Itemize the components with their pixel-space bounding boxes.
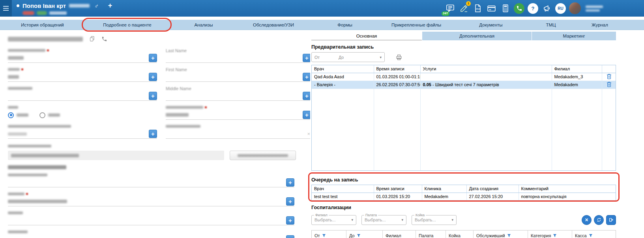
col-doctor[interactable]: Врач <box>312 65 374 73</box>
gh-to[interactable]: До <box>346 230 383 238</box>
gender-male-radio[interactable] <box>8 112 28 118</box>
tab-examination-ultrasound[interactable]: Обследование/УЗИ <box>238 20 309 30</box>
city-input[interactable]: + <box>8 178 294 187</box>
last-name-en-input[interactable]: + <box>166 53 310 63</box>
add-button[interactable]: + <box>303 92 310 100</box>
add-button[interactable]: + <box>303 111 310 119</box>
house-input[interactable]: + <box>8 216 294 225</box>
col-comment[interactable]: Комментарий <box>519 185 616 193</box>
add-button[interactable]: + <box>303 73 310 81</box>
first-name-en-input[interactable]: + <box>166 72 310 82</box>
ward-select[interactable]: Палата Выбрать... ▾ <box>361 215 406 225</box>
tab-tmc[interactable]: ТМЦ <box>530 20 572 30</box>
chevron-down-icon: ▾ <box>401 218 403 222</box>
col-time[interactable]: Время записи <box>374 65 420 73</box>
add-button[interactable]: + <box>286 216 294 225</box>
col-branch[interactable]: Филиал <box>552 65 602 73</box>
chat-24-7-badge: 24/7 <box>442 11 449 15</box>
blurred-badge-text <box>49 11 67 15</box>
ward-select-value: Выбрать... <box>365 217 386 222</box>
col-created[interactable]: Дата создания <box>466 185 519 193</box>
last-name-input[interactable]: + <box>8 53 157 63</box>
blurred-section-title <box>8 37 83 42</box>
gh-cash[interactable]: Касса <box>572 230 616 238</box>
gh-ward[interactable]: Палата <box>416 230 446 238</box>
menu-button[interactable] <box>0 0 12 17</box>
clear-filters-button[interactable]: × <box>582 215 592 225</box>
col-clinic[interactable]: Клиника <box>422 185 466 193</box>
col-services[interactable]: Услуги <box>420 65 552 73</box>
gh-category[interactable]: Категория <box>528 230 572 238</box>
open-window-button[interactable] <box>606 215 616 225</box>
help-button[interactable]: ? <box>528 3 538 14</box>
tab-attached-files[interactable]: Прикрепленные файлы <box>380 20 452 30</box>
refresh-button[interactable] <box>594 215 604 225</box>
tab-additional[interactable]: Дополнительная <box>422 32 532 40</box>
middle-name-en-input[interactable]: + <box>166 91 310 101</box>
gh-bed[interactable]: Койка <box>446 230 474 238</box>
first-name-input[interactable]: + <box>8 72 157 82</box>
birth-date-input[interactable]: + <box>166 110 310 120</box>
chat-button[interactable]: 24/7 <box>445 3 455 14</box>
col-doctor[interactable]: Врач <box>312 185 374 193</box>
sign-documents-button[interactable]: 1 <box>459 3 469 14</box>
tab-main[interactable]: Основная <box>311 32 422 40</box>
field-birth-date: + <box>166 104 310 120</box>
delete-appointment-button[interactable] <box>607 81 612 87</box>
branch-select[interactable]: Филиал Выбрать... ▾ <box>311 215 356 225</box>
copy-icon[interactable] <box>89 36 95 42</box>
gh-served-by[interactable]: Обслуживший <box>474 230 528 238</box>
tab-analyses[interactable]: Анализы <box>170 20 238 30</box>
user-avatar[interactable] <box>569 2 581 14</box>
add-button[interactable]: + <box>286 178 294 187</box>
add-button[interactable]: + <box>286 197 294 206</box>
chevron-down-icon: ▾ <box>380 55 382 59</box>
remove-contact-person-button[interactable] <box>230 151 296 160</box>
date-range-filter[interactable]: От До ▾ <box>311 52 385 62</box>
add-button[interactable]: + <box>149 73 157 81</box>
prebooking-row[interactable]: Qad Asda Aasd 01.03.2026 01:00-01:15 Med… <box>312 73 616 81</box>
tab-documents[interactable]: Документы <box>452 20 530 30</box>
cell-doctor: - Валерія - <box>312 81 374 89</box>
delete-appointment-button[interactable] <box>607 74 612 79</box>
call-button[interactable] <box>514 3 524 14</box>
queue-row[interactable]: test test test 01.03.2026 15:20 Medakade… <box>312 193 616 200</box>
tab-patient-details[interactable]: Подробнее о пациенте <box>85 20 170 30</box>
phone-icon[interactable] <box>101 36 107 42</box>
contact-person-input[interactable] <box>8 151 224 160</box>
bed-select-value: Выбрать... <box>415 217 436 222</box>
referrer-input[interactable]: × <box>166 129 310 139</box>
street-input[interactable]: + <box>8 197 294 206</box>
tab-visit-history[interactable]: История обращений <box>0 20 85 30</box>
add-button[interactable]: + <box>303 54 310 62</box>
add-button[interactable]: + <box>149 130 157 138</box>
prebooking-row-selected[interactable]: - Валерія - 26.02.2026 07:30-07:50 0.05 … <box>312 81 616 89</box>
gender-female-radio[interactable] <box>39 112 60 118</box>
payments-button[interactable] <box>486 3 497 14</box>
new-patient-tab-button[interactable]: + <box>108 2 112 10</box>
gh-branch[interactable]: Филиал <box>383 230 416 238</box>
cell-created: 27.02.2026 15:20 <box>466 193 519 200</box>
field-street: + <box>8 191 294 206</box>
gh-from[interactable]: От <box>312 230 346 238</box>
tab-forms[interactable]: Формы <box>309 20 380 30</box>
tab-marketing[interactable]: Маркетинг <box>532 32 616 40</box>
print-button[interactable] <box>395 53 403 61</box>
pdf-button[interactable]: PDF <box>472 3 483 14</box>
calculator-button[interactable] <box>500 3 511 14</box>
middle-name-input[interactable]: + <box>8 91 157 101</box>
add-button[interactable]: + <box>149 92 157 100</box>
tab-journal[interactable]: Журнал <box>572 20 627 30</box>
extra-input[interactable]: + <box>8 235 294 238</box>
bed-select[interactable]: Койка Выбрать... ▾ <box>412 215 457 225</box>
patient-tab[interactable]: Попов Іван крт ♂ + <box>17 2 112 15</box>
add-last-name-button[interactable]: + <box>149 54 157 62</box>
add-button[interactable]: + <box>286 235 294 238</box>
clear-icon[interactable]: × <box>307 131 310 137</box>
language-button[interactable]: RU <box>555 3 566 14</box>
field-last-name: + <box>8 47 157 63</box>
referral-source-select[interactable]: + <box>8 129 157 139</box>
refresh-icon <box>596 217 602 223</box>
announcements-button[interactable] <box>541 3 552 14</box>
col-time[interactable]: Время записи <box>374 185 422 193</box>
